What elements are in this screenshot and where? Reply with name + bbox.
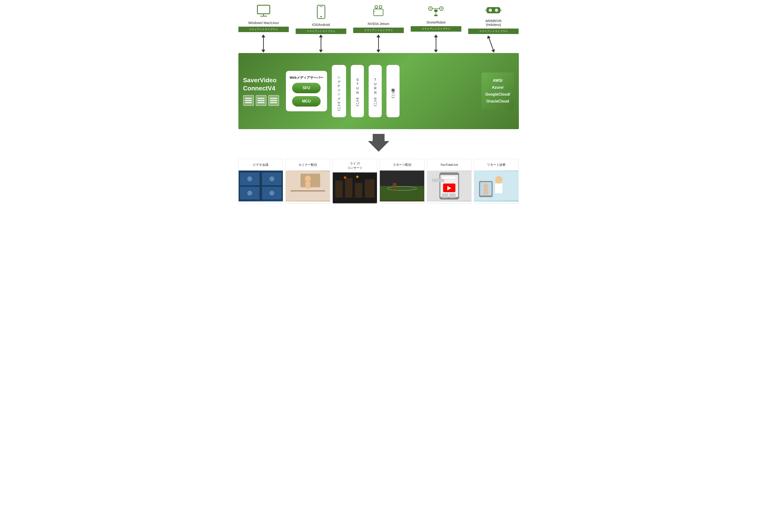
svg-point-23	[489, 9, 492, 12]
product-name: SaverVideo ConnectV4	[243, 76, 281, 92]
use-case-title-video-conf: ビデオ会議	[239, 159, 283, 171]
svg-point-39	[305, 176, 311, 182]
svg-rect-62	[449, 193, 456, 198]
svg-rect-7	[375, 6, 378, 8]
arrow-col-4	[411, 36, 461, 51]
client-badge-ar: クライアントライブラリ	[468, 29, 519, 34]
server-icon-2	[256, 95, 266, 106]
arrow-col-5	[468, 36, 519, 51]
client-label-nvidia: NVIDIA Jetson	[368, 22, 389, 26]
svg-point-32	[247, 176, 252, 181]
server-icon-3	[268, 95, 279, 106]
recording-card: 録画サーバー	[386, 65, 400, 117]
svg-rect-9	[374, 9, 383, 16]
svg-point-24	[495, 9, 498, 12]
svg-rect-42	[335, 180, 343, 198]
big-down-arrow	[368, 134, 389, 152]
use-case-live: ライブ/ コンサート	[333, 159, 377, 203]
stun-card: STUNサーバー	[351, 65, 364, 117]
use-case-sports: スポーツ配信	[379, 159, 424, 203]
turn-label: TURNサーバー	[373, 78, 378, 105]
svg-point-47	[356, 176, 358, 178]
use-case-title-remote: リモート診療	[474, 159, 518, 171]
svg-rect-19	[434, 15, 438, 16]
svg-point-64	[495, 176, 502, 184]
svg-rect-57	[432, 179, 444, 182]
svg-rect-17	[434, 10, 438, 12]
turn-card: TURNサーバー	[369, 65, 382, 117]
svg-rect-0	[257, 5, 270, 14]
svg-rect-61	[442, 193, 448, 198]
use-case-video-conf: ビデオ会議	[238, 159, 283, 203]
use-case-seminar: セミナー配信	[286, 159, 330, 203]
use-case-image-remote	[474, 171, 518, 202]
sfu-button: SFU	[292, 83, 320, 93]
server-icon-1	[243, 95, 254, 106]
svg-rect-58	[442, 176, 456, 179]
svg-rect-44	[355, 183, 362, 198]
svg-point-68	[483, 184, 488, 189]
client-card-windows: Windows/ Mac/Linux クライアントライブラリ	[238, 5, 289, 34]
use-case-title-youtube: YouTubeLive	[427, 159, 471, 171]
client-label-drone: Drone/Robot	[427, 20, 445, 24]
use-case-image-live	[333, 172, 377, 203]
svg-point-34	[247, 191, 252, 196]
chip-icon	[372, 5, 385, 20]
svg-rect-43	[345, 178, 352, 198]
svg-rect-65	[495, 184, 502, 193]
arrow-col-3	[353, 36, 404, 51]
svg-point-35	[269, 191, 274, 196]
svg-rect-40	[305, 181, 310, 188]
use-case-title-sports: スポーツ配信	[380, 159, 424, 171]
web-media-title: Webメディアサーバー	[290, 76, 323, 80]
use-case-image-seminar	[286, 171, 330, 202]
signaling-label: シグナリングサーバー	[337, 74, 341, 109]
arrow-col-1	[238, 36, 289, 51]
drone-icon	[428, 5, 444, 18]
client-label-windows: Windows/ Mac/Linux	[248, 21, 279, 25]
phone-icon	[316, 5, 326, 21]
big-down-arrow-section	[236, 129, 521, 156]
use-case-image-youtube	[427, 171, 471, 202]
web-media-server-card: Webメディアサーバー SFU MCU	[286, 71, 327, 111]
use-case-image-video-conf	[239, 171, 283, 202]
use-case-title-seminar: セミナー配信	[286, 159, 330, 171]
client-card-nvidia: NVIDIA Jetson クライアントライブラリ	[353, 5, 404, 34]
svg-point-33	[269, 176, 274, 181]
svg-rect-69	[483, 188, 488, 195]
monitor-icon	[257, 5, 271, 19]
use-case-title-live: ライブ/ コンサート	[333, 159, 377, 172]
svg-rect-1	[257, 5, 270, 14]
saver-video-block: SaverVideo ConnectV4	[243, 76, 281, 106]
svg-rect-8	[379, 6, 382, 8]
mcu-button: MCU	[292, 96, 320, 107]
client-label-ar: AR/MR/VR (Hololens)	[485, 19, 501, 27]
client-badge-windows: クライアントライブラリ	[238, 27, 289, 32]
client-card-ar: AR/MR/VR (Hololens) クライアントライブラリ	[468, 5, 519, 34]
recording-label: 録画サーバー	[391, 86, 396, 96]
svg-rect-45	[365, 179, 375, 198]
svg-point-20	[430, 8, 431, 10]
client-card-ios: iOS/Android クライアントライブラリ	[296, 5, 346, 34]
arrow-col-2	[296, 36, 346, 51]
svg-rect-22	[487, 7, 500, 13]
svg-rect-49	[380, 186, 424, 201]
client-badge-drone: クライアントライブラリ	[411, 26, 461, 32]
client-section: Windows/ Mac/Linux クライアントライブラリ iOS/Andro…	[236, 0, 521, 34]
use-case-youtube: YouTubeLive	[427, 159, 471, 203]
client-card-drone: Drone/Robot クライアントライブラリ	[411, 5, 461, 34]
svg-point-21	[440, 8, 442, 10]
svg-point-46	[344, 176, 346, 179]
client-badge-ios: クライアントライブラリ	[296, 29, 346, 34]
client-label-ios: iOS/Android	[312, 23, 330, 27]
use-case-remote: リモート診療	[474, 159, 519, 203]
svg-point-5	[320, 16, 322, 17]
middle-server-section: SaverVideo ConnectV4 Webメディアサーバー SFU MCU	[238, 53, 519, 129]
arrows-top-to-middle	[236, 34, 521, 53]
client-badge-nvidia: クライアントライブラリ	[353, 28, 404, 33]
signaling-card: シグナリングサーバー	[332, 65, 346, 117]
svg-point-51	[393, 183, 397, 187]
server-icons	[243, 95, 279, 106]
cloud-card: AWS/ Azure/ GoogleCloud/ OracleCloud	[482, 73, 514, 110]
use-case-section: ビデオ会議 セミナー配信	[236, 156, 521, 208]
